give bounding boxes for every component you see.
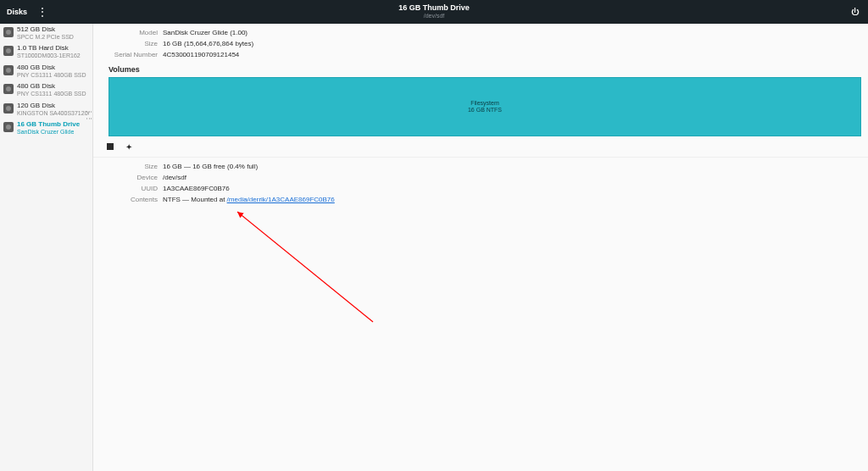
drive-size-value: 16 GB (15,664,676,864 bytes) [163, 40, 253, 47]
disk-model: PNY CS1311 480GB SSD [17, 91, 86, 97]
volume-settings-button[interactable]: ✦ [124, 141, 134, 152]
contents-prefix: NTFS — Mounted at [163, 196, 227, 203]
volume-title: Filesystem [470, 100, 498, 107]
disk-model: SPCC M.2 PCIe SSD [17, 34, 74, 41]
volume-partition[interactable]: Filesystem 16 GB NTFS [108, 77, 861, 136]
disk-icon [3, 122, 14, 132]
disk-item-4[interactable]: 120 GB DiskKINGSTON SA400S37120G [0, 100, 92, 119]
vol-size-label: Size [108, 163, 163, 170]
disk-model: SanDisk Cruzer Glide [17, 129, 80, 136]
disk-model: ST1000DM003-1ER162 [17, 53, 81, 59]
disk-name: 480 GB Disk [17, 64, 86, 72]
disk-model: PNY CS1311 480GB SSD [17, 72, 86, 79]
disk-icon [3, 46, 14, 56]
gear-icon: ✦ [125, 142, 132, 152]
header-subtitle: /dev/sdf [398, 13, 470, 19]
device-sidebar: 512 GB DiskSPCC M.2 PCIe SSD1.0 TB Hard … [0, 24, 93, 471]
header-bar: Disks ⋮ 16 GB Thumb Drive /dev/sdf ⏻ [0, 0, 868, 24]
volumes-header: Volumes [108, 65, 861, 74]
header-title-block: 16 GB Thumb Drive /dev/sdf [398, 4, 470, 19]
hamburger-menu-button[interactable]: ⋮ [37, 6, 47, 18]
disk-icon [3, 103, 14, 114]
vol-contents-label: Contents [108, 196, 163, 203]
disk-item-2[interactable]: 480 GB DiskPNY CS1311 480GB SSD [0, 62, 92, 80]
vol-uuid-label: UUID [108, 185, 163, 192]
disk-name: 480 GB Disk [17, 83, 86, 91]
vol-device-label: Device [108, 174, 163, 181]
app-name: Disks [7, 8, 27, 16]
disk-name: 512 GB Disk [17, 26, 74, 34]
header-title: 16 GB Thumb Drive [398, 4, 470, 13]
sidebar-resize-handle[interactable]: ⋮⋮ [86, 108, 93, 122]
serial-value: 4C530001190709121454 [163, 51, 239, 58]
model-label: Model [108, 29, 163, 36]
drive-size-label: Size [108, 40, 163, 47]
svg-rect-0 [107, 143, 114, 150]
disk-name: 1.0 TB Hard Disk [17, 45, 81, 53]
disk-name: 120 GB Disk [17, 103, 89, 110]
disk-item-1[interactable]: 1.0 TB Hard DiskST1000DM003-1ER162 [0, 42, 92, 61]
svg-line-1 [237, 212, 373, 322]
model-value: SanDisk Cruzer Glide (1.00) [163, 29, 248, 36]
unmount-button[interactable] [105, 141, 115, 152]
disk-icon [3, 27, 14, 37]
disk-item-3[interactable]: 480 GB DiskPNY CS1311 480GB SSD [0, 80, 92, 99]
mount-point-link[interactable]: /media/derrik/1A3CAAE869FC0B76 [227, 196, 335, 203]
disk-item-5[interactable]: 16 GB Thumb DriveSanDisk Cruzer Glide [0, 119, 92, 137]
stop-icon [107, 143, 114, 150]
volume-toolbar: ✦ [93, 136, 868, 158]
vol-size-value: 16 GB — 16 GB free (0.4% full) [163, 163, 258, 170]
volume-subtitle: 16 GB NTFS [468, 107, 502, 114]
disk-name: 16 GB Thumb Drive [17, 121, 80, 129]
vol-device-value: /dev/sdf [163, 174, 186, 181]
power-icon[interactable]: ⏻ [848, 8, 861, 16]
vol-uuid-value: 1A3CAAE869FC0B76 [163, 185, 230, 192]
disk-icon [3, 84, 14, 94]
disk-model: KINGSTON SA400S37120G [17, 110, 89, 117]
disk-item-0[interactable]: 512 GB DiskSPCC M.2 PCIe SSD [0, 24, 92, 42]
main-panel: Model SanDisk Cruzer Glide (1.00) Size 1… [93, 24, 868, 471]
vol-contents-value: NTFS — Mounted at /media/derrik/1A3CAAE8… [163, 196, 335, 203]
serial-label: Serial Number [108, 51, 163, 58]
disk-icon [3, 65, 14, 75]
